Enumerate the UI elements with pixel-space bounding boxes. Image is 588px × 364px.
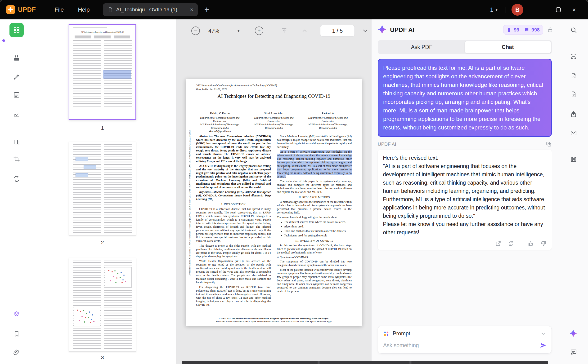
pdf-footer: © IEEE 2022. This article is free to acc…	[186, 317, 362, 323]
convert-tool-button[interactable]	[9, 172, 24, 186]
pdf-paragraph: AI is a part of software engineering tha…	[277, 150, 352, 178]
horizontal-scrollbar[interactable]	[182, 361, 548, 364]
zoom-dropdown-caret[interactable]: ▾	[238, 28, 240, 33]
view-mode-button[interactable]	[9, 23, 24, 37]
avatar[interactable]: B	[511, 4, 523, 16]
ocr-icon	[570, 53, 577, 60]
chevron-down-icon: ▾	[496, 7, 497, 12]
extract-pages-button[interactable]	[567, 87, 581, 102]
pdf-paragraph: The symptoms of COVID-19 can be divided …	[277, 260, 352, 267]
ask-input[interactable]	[383, 342, 536, 349]
send-icon[interactable]	[540, 342, 546, 349]
pdf-left-column: Abstract— The new Coronavirus infection …	[196, 135, 271, 313]
pdf-paragraph: COVID-19 is a infectious disease, that h…	[196, 207, 271, 243]
prompt-selector[interactable]: Prompt	[383, 330, 546, 337]
thumbnail-preview	[69, 142, 136, 235]
previous-page-button[interactable]	[301, 27, 308, 34]
tab-chat[interactable]: Chat	[465, 41, 551, 53]
ai-assistant-button[interactable]	[567, 327, 581, 341]
bookmark-icon	[13, 330, 20, 337]
titlebar-right: 1 ▾ B ─ ×	[490, 0, 582, 20]
highlighted-text[interactable]: AI is a part of software engineering tha…	[277, 150, 352, 178]
thumbs-up-icon[interactable]	[528, 240, 534, 247]
divider	[42, 7, 42, 13]
close-button[interactable]: ×	[566, 0, 582, 20]
next-page-button[interactable]	[362, 27, 369, 34]
zoom-level[interactable]: 47%	[208, 28, 219, 34]
document-icon	[107, 7, 113, 13]
share-button[interactable]	[567, 107, 581, 121]
copy-response-button[interactable]	[546, 141, 552, 147]
crop-tool-button[interactable]	[9, 152, 24, 166]
minimize-button[interactable]: ─	[535, 0, 551, 20]
prompt-caret[interactable]	[540, 331, 546, 337]
updf-window: UPDF File Help AI_Techniqu...OVID-19 (1)…	[0, 0, 588, 364]
menu-file[interactable]: File	[48, 0, 71, 20]
research-bullet-list: The different sources from where the dat…	[284, 220, 352, 237]
response-text: Please let me know if you need any furth…	[383, 220, 547, 237]
thumbs-down-icon[interactable]	[540, 240, 547, 247]
author-affiliation: Department of Computer Science and Engin…	[304, 116, 352, 123]
jump-to-top-button[interactable]	[281, 27, 287, 34]
app-logo[interactable]: UPDF	[6, 5, 36, 14]
annotate-tool-button[interactable]	[9, 51, 24, 65]
sign-tool-button[interactable]	[9, 107, 24, 121]
page-indicator[interactable]: 1 / 5	[320, 25, 355, 36]
pages-icon	[13, 139, 20, 146]
divider	[506, 7, 506, 13]
save-button[interactable]	[567, 152, 581, 166]
open-in-new-icon[interactable]	[495, 240, 501, 247]
thumbnail-label: 1	[69, 125, 136, 131]
window-count-dropdown[interactable]: 1 ▾	[490, 7, 497, 13]
zoom-out-button[interactable]: −	[191, 26, 200, 35]
author-affiliation: M S Ramaiah Institute of Technology,	[304, 123, 352, 126]
viewer-area: − 47% ▾ + 1 / 5 2022 International Confe…	[176, 20, 371, 364]
updf-ai-sparkle-icon	[569, 330, 578, 338]
author-block: Kshitij C Kurne Department of Computer S…	[193, 111, 247, 133]
bullet-item: The different sources from where the dat…	[284, 220, 352, 224]
tab-ask-pdf[interactable]: Ask PDF	[379, 41, 465, 53]
page-thumbnail-1[interactable]: AI Techniques for Detecting and Diagnosi…	[69, 24, 136, 120]
maximize-button[interactable]	[551, 0, 566, 20]
prompt-card: Prompt	[378, 326, 552, 354]
convert-file-button[interactable]	[567, 69, 581, 83]
comments-panel-button[interactable]	[567, 345, 581, 359]
bookmark-button[interactable]	[9, 327, 24, 341]
new-tab-button[interactable]: +	[204, 5, 209, 15]
tab-close-icon[interactable]: ×	[190, 6, 193, 13]
updf-logo-icon	[6, 5, 15, 14]
stamp-icon	[13, 54, 20, 61]
thumbnail-text-column	[73, 40, 101, 108]
menu-help[interactable]: Help	[71, 0, 97, 20]
pdf-paragraph: Abstract— The new Coronavirus infection …	[196, 135, 271, 163]
user-message-bubble[interactable]: Please proofread this text for me: AI is…	[378, 59, 552, 137]
form-tool-button[interactable]	[9, 88, 24, 102]
page-thumbnail-3[interactable]	[69, 258, 136, 352]
zoom-in-button[interactable]: +	[255, 26, 263, 35]
ai-response-card: Here's the revised text: "AI is a part o…	[378, 150, 552, 250]
thumbnail-header-lines	[73, 27, 107, 29]
search-button[interactable]	[567, 23, 581, 37]
updf-ai-panel: UPDF AI 99 998 Ask PDF Chat Please proof…	[371, 20, 559, 364]
prompt-icon	[383, 331, 389, 337]
ocr-button[interactable]	[567, 49, 581, 63]
document-tab[interactable]: AI_Techniqu...OVID-19 (1) ×	[103, 3, 198, 16]
response-text: Here's the revised text:	[383, 154, 547, 162]
mail-button[interactable]	[567, 126, 581, 140]
thumbnail-author-block	[75, 35, 91, 39]
ai-tabs: Ask PDF Chat	[378, 40, 552, 54]
left-toolbar	[0, 20, 33, 364]
conference-line: 2022 International Conference for Advanc…	[196, 84, 277, 87]
organize-pages-button[interactable]	[9, 135, 24, 150]
layers-button[interactable]	[9, 307, 24, 321]
edit-tool-button[interactable]	[9, 70, 24, 84]
thumbnail-author-block	[94, 35, 110, 39]
footer-line: © IEEE 2022. This article is free to acc…	[186, 317, 362, 320]
chevron-down-icon	[540, 331, 546, 337]
footer-line: Authorized licensed use limited to: IEEE…	[186, 320, 362, 323]
regenerate-icon[interactable]	[508, 240, 514, 247]
layers-icon	[13, 311, 20, 318]
page-thumbnail-2[interactable]	[69, 142, 136, 235]
attachment-button[interactable]	[9, 345, 24, 359]
thumbnail-title: AI Techniques for Detecting and Diagnosi…	[77, 31, 128, 34]
